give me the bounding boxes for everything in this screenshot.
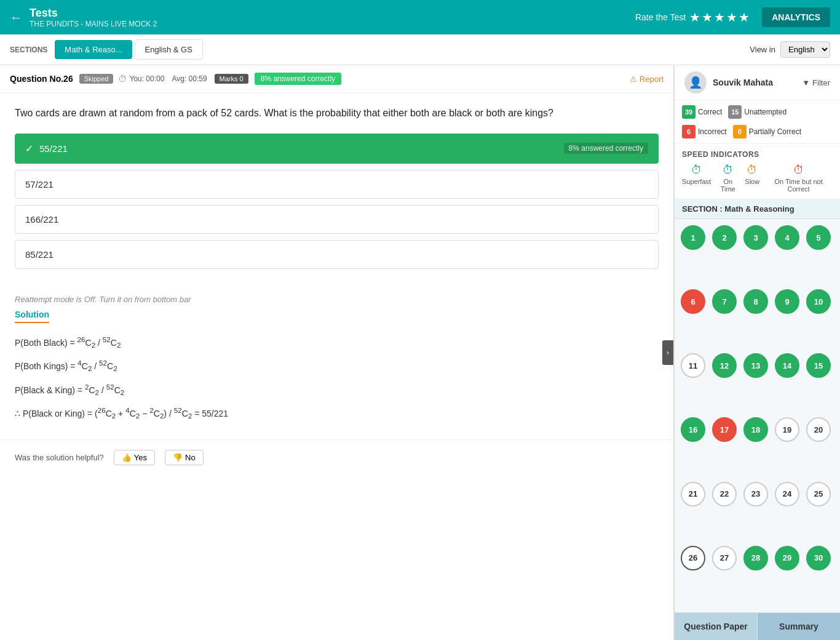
speed-slow: ⏱ Slow — [745, 164, 759, 193]
star-3[interactable]: ★ — [714, 10, 725, 25]
right-panel: 👤 Souvik Mahata ▼ Filter 39 Correct 15 U… — [674, 65, 840, 640]
option-1-pct: 8% answered correctly — [564, 143, 648, 154]
question-btn-17[interactable]: 17 — [712, 417, 737, 442]
superfast-icon: ⏱ — [682, 164, 711, 177]
left-panel: Question No.26 Skipped ⏱ You: 00:00 Avg:… — [0, 65, 674, 640]
test-subtitle: THE PUNDITS - MAINS LIVE MOCK 2 — [30, 20, 635, 28]
star-2[interactable]: ★ — [702, 10, 713, 25]
main-layout: Question No.26 Skipped ⏱ You: 00:00 Avg:… — [0, 65, 840, 640]
question-btn-8[interactable]: 8 — [743, 289, 768, 314]
partial-badge: 0 — [733, 125, 747, 138]
language-select[interactable]: English Hindi — [780, 41, 830, 58]
solution-tab[interactable]: Solution — [15, 310, 49, 323]
question-btn-7[interactable]: 7 — [712, 289, 737, 314]
summary-button[interactable]: Summary — [758, 613, 840, 640]
question-btn-30[interactable]: 30 — [806, 546, 831, 570]
avatar: 👤 — [684, 71, 707, 94]
helpful-section: Was the solution helpful? 👍 Yes 👎 No — [0, 439, 673, 475]
correct-label: Correct — [698, 108, 722, 116]
speed-superfast: ⏱ Superfast — [682, 164, 711, 193]
option-3-text: 166/221 — [25, 214, 58, 225]
reattempt-notice: Reattempt mode is Off. Turn it on from b… — [0, 290, 673, 309]
question-btn-21[interactable]: 21 — [681, 482, 705, 506]
header-title: Tests THE PUNDITS - MAINS LIVE MOCK 2 — [30, 7, 635, 28]
thumbs-up-icon: 👍 — [122, 453, 132, 462]
question-btn-25[interactable]: 25 — [806, 482, 831, 506]
option-2[interactable]: 57/221 — [15, 170, 659, 199]
section-tab-math[interactable]: Math & Reaso... — [55, 40, 132, 59]
filter-icon: ▼ — [802, 78, 810, 87]
section-name: Math & Reasoning — [724, 204, 794, 214]
question-btn-15[interactable]: 15 — [806, 353, 831, 378]
question-btn-12[interactable]: 12 — [712, 353, 737, 378]
user-info: 👤 Souvik Mahata ▼ Filter — [675, 65, 840, 100]
ontime-incorrect-icon: ⏱ — [764, 164, 833, 177]
solution-line-3: P(Black & King) = 2C2 / 52C2 — [15, 380, 659, 399]
question-header: Question No.26 Skipped ⏱ You: 00:00 Avg:… — [0, 65, 673, 93]
solution-line-2: P(Both Kings) = 4C2 / 52C2 — [15, 356, 659, 375]
question-btn-22[interactable]: 22 — [712, 482, 737, 506]
question-btn-3[interactable]: 3 — [743, 225, 768, 250]
header: ← Tests THE PUNDITS - MAINS LIVE MOCK 2 … — [0, 0, 840, 34]
superfast-label: Superfast — [682, 178, 711, 185]
question-btn-10[interactable]: 10 — [806, 289, 831, 314]
speed-ontime: ⏱ On Time — [716, 164, 740, 193]
collapse-arrow[interactable]: › — [662, 340, 673, 365]
speed-indicators: ⏱ Superfast ⏱ On Time ⏱ Slow ⏱ On Time b… — [682, 164, 833, 193]
question-btn-24[interactable]: 24 — [775, 482, 799, 506]
stat-correct: 39 Correct — [682, 105, 722, 119]
slow-icon: ⏱ — [745, 164, 759, 177]
question-btn-27[interactable]: 27 — [712, 546, 737, 570]
helpful-label: Was the solution helpful? — [15, 453, 104, 462]
report-button[interactable]: ⚠ Report — [630, 74, 664, 84]
skipped-badge: Skipped — [79, 74, 114, 84]
stat-unattempted: 15 Unattempted — [728, 105, 787, 119]
question-btn-29[interactable]: 29 — [775, 546, 799, 570]
question-btn-28[interactable]: 28 — [743, 546, 768, 570]
question-btn-4[interactable]: 4 — [775, 225, 799, 250]
star-1[interactable]: ★ — [689, 10, 700, 25]
star-4[interactable]: ★ — [726, 10, 737, 25]
question-btn-1[interactable]: 1 — [681, 225, 705, 250]
filter-button[interactable]: ▼ Filter — [802, 78, 830, 87]
question-paper-button[interactable]: Question Paper — [675, 613, 758, 640]
rate-test-section: Rate the Test ★ ★ ★ ★ ★ — [635, 10, 750, 25]
question-btn-16[interactable]: 16 — [681, 417, 705, 442]
star-rating[interactable]: ★ ★ ★ ★ ★ — [689, 10, 750, 25]
unattempted-badge: 15 — [728, 105, 742, 119]
question-btn-2[interactable]: 2 — [712, 225, 737, 250]
question-btn-6[interactable]: 6 — [681, 289, 705, 314]
option-3[interactable]: 166/221 — [15, 205, 659, 234]
question-btn-19[interactable]: 19 — [775, 417, 799, 442]
option-1[interactable]: ✓ 55/221 8% answered correctly — [15, 134, 659, 164]
slow-label: Slow — [745, 178, 759, 185]
section-tab-english[interactable]: English & GS — [135, 39, 203, 60]
option-4[interactable]: 85/221 — [15, 240, 659, 269]
you-time: You: 00:00 — [129, 74, 164, 83]
back-button[interactable]: ← — [10, 10, 22, 25]
question-number: Question No.26 — [10, 74, 73, 84]
question-btn-18[interactable]: 18 — [743, 417, 768, 442]
star-5[interactable]: ★ — [739, 10, 750, 25]
ontime-incorrect-label: On Time but not Correct — [764, 178, 833, 193]
thumbs-down-icon: 👎 — [173, 453, 183, 462]
question-btn-11[interactable]: 11 — [681, 353, 705, 378]
no-button[interactable]: 👎 No — [165, 450, 204, 465]
question-body: Two cards are drawn at random from a pac… — [0, 93, 673, 287]
question-btn-14[interactable]: 14 — [775, 353, 799, 378]
username: Souvik Mahata — [713, 78, 773, 87]
question-btn-20[interactable]: 20 — [806, 417, 831, 442]
rate-test-label: Rate the Test — [635, 12, 686, 22]
question-btn-26[interactable]: 26 — [681, 546, 705, 570]
option-4-text: 85/221 — [25, 249, 53, 260]
question-btn-5[interactable]: 5 — [806, 225, 831, 250]
yes-button[interactable]: 👍 Yes — [114, 450, 155, 465]
ontime-label: On Time — [716, 178, 740, 193]
question-btn-9[interactable]: 9 — [775, 289, 799, 314]
solution-line-4: ∴ P(Black or King) = (26C2 + 4C2 − 2C2) … — [15, 404, 659, 422]
stat-partial: 0 Partially Correct — [733, 125, 801, 138]
analytics-button[interactable]: ANALYTICS — [762, 7, 830, 27]
question-btn-23[interactable]: 23 — [743, 482, 768, 506]
question-btn-13[interactable]: 13 — [743, 353, 768, 378]
question-grid: 1234567891011121314151617181920212223242… — [675, 219, 840, 612]
